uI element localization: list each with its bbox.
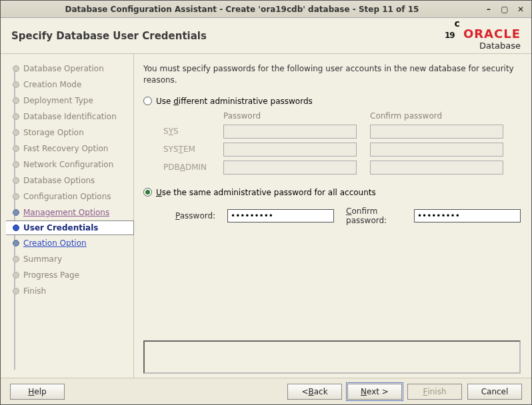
titlebar: Database Configuration Assistant - Creat…: [1, 1, 531, 18]
step-bullet-icon: [13, 113, 19, 120]
system-confirm: [370, 143, 503, 157]
wizard-step-management-options[interactable]: Management Options: [6, 204, 133, 220]
row-system: SYSTEM: [163, 143, 521, 157]
radio-different-passwords[interactable]: Use different administrative passwords: [143, 97, 521, 106]
step-label: Database Identification: [23, 112, 117, 121]
product-text: Database: [479, 41, 521, 50]
step-bullet-icon: [13, 145, 19, 152]
password-input[interactable]: [227, 209, 334, 222]
minimize-button[interactable]: –: [482, 4, 495, 15]
wizard-step-progress-page: Progress Page: [6, 267, 133, 283]
step-bullet-icon: [13, 97, 19, 104]
step-bullet-icon: [13, 65, 19, 72]
row-system-label: SYSTEM: [163, 145, 223, 154]
same-password-row: Password: Confirm password:: [175, 206, 521, 225]
row-sys: SYS: [163, 125, 521, 139]
next-button[interactable]: Next >: [347, 384, 402, 400]
row-pdbadmin-label: PDBADMIN: [163, 163, 223, 172]
step-bullet-icon: [13, 240, 19, 246]
wizard-step-summary: Summary: [6, 251, 133, 267]
header: Specify Database User Credentials 19c OR…: [1, 18, 531, 54]
step-label: Configuration Options: [23, 192, 111, 201]
grid-header-confirm: Confirm password: [370, 111, 503, 121]
wizard-step-database-identification: Database Identification: [6, 109, 133, 125]
main-panel: You must specify passwords for the follo…: [134, 54, 531, 378]
password-label: Password:: [175, 211, 215, 220]
oracle-logo: 19c ORACLE Database: [445, 22, 521, 50]
window-title: Database Configuration Assistant - Creat…: [5, 5, 479, 14]
password-grid: Password Confirm password SYS SYSTEM: [163, 111, 521, 179]
page-title: Specify Database User Credentials: [11, 30, 445, 42]
instruction-text: You must specify passwords for the follo…: [143, 63, 521, 86]
wizard-step-user-credentials: User Credentials: [6, 220, 134, 235]
finish-button: Finish: [407, 384, 462, 400]
grid-header-password: Password: [223, 111, 357, 121]
footer: Help < Back Next > Finish Cancel: [1, 378, 531, 404]
help-button[interactable]: Help: [10, 384, 65, 400]
pdbadmin-password: [223, 161, 357, 175]
radio-icon: [143, 188, 152, 197]
window: Database Configuration Assistant - Creat…: [0, 0, 532, 405]
step-bullet-icon: [13, 256, 19, 262]
wizard-step-storage-option: Storage Option: [6, 125, 133, 141]
wizard-step-database-options: Database Options: [6, 173, 133, 189]
step-label: Database Options: [23, 176, 95, 185]
step-label: Storage Option: [23, 128, 84, 137]
back-button[interactable]: < Back: [287, 384, 342, 400]
step-bullet-icon: [13, 161, 19, 168]
wizard-step-creation-mode: Creation Mode: [6, 77, 133, 93]
close-button[interactable]: ✕: [514, 4, 527, 15]
body: Specify Database User Credentials 19c OR…: [1, 18, 531, 404]
step-bullet-icon: [13, 177, 19, 184]
step-bullet-icon: [13, 209, 19, 216]
system-password: [223, 143, 357, 157]
step-bullet-icon: [13, 129, 19, 136]
brand-text: ORACLE: [463, 28, 521, 40]
step-label: User Credentials: [23, 223, 98, 232]
step-label: Finish: [23, 286, 46, 296]
wizard-step-fast-recovery-option: Fast Recovery Option: [6, 141, 133, 157]
sys-confirm: [370, 125, 503, 139]
step-label: Deployment Type: [23, 96, 93, 105]
step-bullet-icon: [13, 81, 19, 88]
cancel-button[interactable]: Cancel: [467, 384, 522, 400]
radio-same-label: Use the same administrative password for…: [156, 188, 376, 197]
step-bullet-icon: [13, 193, 19, 200]
row-pdbadmin: PDBADMIN: [163, 161, 521, 175]
step-label: Fast Recovery Option: [23, 144, 108, 153]
step-label[interactable]: Creation Option: [23, 238, 87, 248]
radio-different-label: Use different administrative passwords: [156, 97, 313, 106]
wizard-step-network-configuration: Network Configuration: [6, 157, 133, 173]
wizard-step-finish: Finish: [6, 283, 133, 299]
step-label: Database Operation: [23, 64, 104, 73]
wizard-steps-sidebar: Database OperationCreation ModeDeploymen…: [1, 54, 134, 378]
row-sys-label: SYS: [163, 127, 223, 136]
step-bullet-icon: [13, 224, 19, 231]
wizard-step-configuration-options: Configuration Options: [6, 189, 133, 204]
step-label: Progress Page: [23, 270, 79, 280]
confirm-password-label: Confirm password:: [346, 206, 402, 225]
step-label: Network Configuration: [23, 160, 113, 169]
wizard-step-deployment-type: Deployment Type: [6, 93, 133, 109]
step-label: Summary: [23, 254, 62, 264]
content: Database OperationCreation ModeDeploymen…: [1, 54, 531, 378]
confirm-password-input[interactable]: [414, 209, 521, 222]
step-label[interactable]: Management Options: [23, 208, 109, 217]
pdbadmin-confirm: [370, 161, 503, 175]
maximize-button[interactable]: ▢: [498, 4, 511, 15]
step-bullet-icon: [13, 288, 19, 294]
radio-icon: [143, 97, 152, 105]
wizard-step-database-operation: Database Operation: [6, 61, 133, 77]
radio-same-password[interactable]: Use the same administrative password for…: [143, 188, 521, 197]
step-bullet-icon: [13, 272, 19, 278]
wizard-step-creation-option[interactable]: Creation Option: [6, 235, 133, 251]
step-label: Creation Mode: [23, 80, 81, 89]
sys-password: [223, 125, 357, 139]
message-area: [143, 340, 521, 374]
